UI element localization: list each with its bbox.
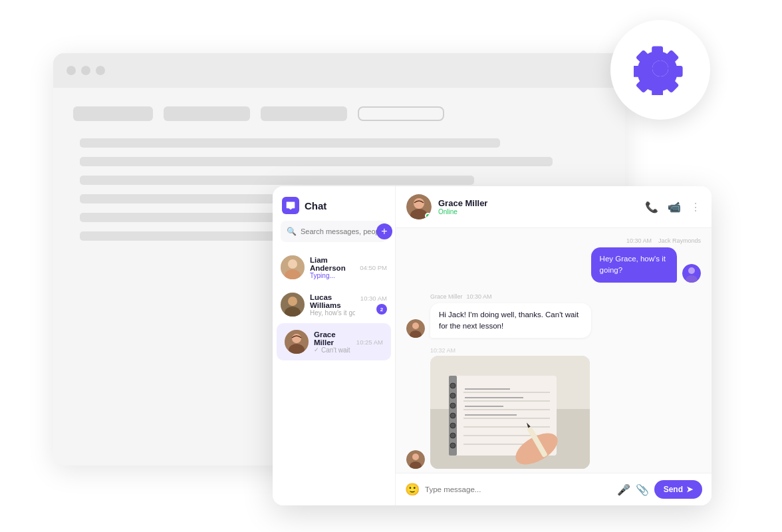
svg-point-29	[450, 423, 456, 428]
contact-name: Lucas Williams	[310, 293, 355, 309]
grace-avatar-2	[406, 450, 425, 469]
msg-sender-name-grace: Grace Miller	[430, 293, 463, 300]
contacts-panel: Chat 🔍 + Liam Anderson Typing...	[273, 186, 396, 505]
chat-container: Chat 🔍 + Liam Anderson Typing...	[273, 186, 712, 505]
contact-avatar-liam	[281, 255, 305, 279]
search-bar: 🔍 +	[281, 221, 387, 242]
search-input[interactable]	[281, 221, 387, 242]
svg-point-25	[450, 383, 456, 388]
video-icon[interactable]: 📹	[668, 201, 681, 213]
browser-dot-green	[96, 66, 105, 75]
search-icon: 🔍	[287, 227, 297, 236]
svg-point-26	[450, 393, 456, 398]
chat-panel: Grace Miller Online 📞 📹 ⋮ 10:30 AM Jack …	[396, 186, 712, 505]
contacts-header: Chat	[273, 186, 395, 221]
chat-bubble-icon	[286, 201, 295, 210]
svg-point-19	[412, 454, 419, 460]
svg-point-28	[450, 413, 456, 418]
msg-sender-name: Jack Raymonds	[658, 237, 701, 244]
contact-meta: 10:30 AM 2	[360, 295, 387, 315]
contact-preview: ✓ Can't wait for the next lesson!	[314, 346, 351, 354]
contact-item-lucas[interactable]: Lucas Williams Hey, how's it going? 10:3…	[273, 286, 395, 323]
contact-avatar-grace	[285, 330, 309, 354]
contact-meta: 10:25 AM	[356, 338, 383, 346]
svg-point-7	[292, 334, 301, 343]
send-icon: ➤	[686, 485, 693, 494]
phone-icon[interactable]: 📞	[645, 201, 658, 213]
contact-info-grace: Grace Miller ✓ Can't wait for the next l…	[314, 331, 351, 354]
chat-input-bar: 🙂 🎤 📎 Send ➤	[396, 473, 712, 505]
outgoing-message-row: Hey Grace, how's it going?	[569, 247, 701, 283]
active-contact-avatar	[406, 194, 432, 219]
msg-time-grace: 10:30 AM	[467, 293, 492, 300]
online-indicator	[425, 213, 431, 219]
contact-preview: Typing...	[310, 272, 354, 279]
attach-button[interactable]: 📎	[636, 483, 649, 496]
msg-image-time: 10:32 AM	[430, 347, 456, 354]
microphone-button[interactable]: 🎤	[617, 483, 630, 496]
browser-line	[80, 176, 474, 185]
sender-avatar	[682, 264, 701, 283]
outgoing-bubble: Hey Grace, how's it going?	[591, 247, 677, 283]
active-contact-status: Online	[438, 208, 645, 215]
svg-point-10	[414, 198, 424, 209]
contact-name: Grace Miller	[314, 331, 351, 346]
chat-icon-box	[282, 197, 299, 214]
svg-point-1	[288, 259, 297, 269]
browser-bar-3	[261, 106, 347, 121]
contact-item-grace[interactable]: Grace Miller ✓ Can't wait for the next l…	[277, 323, 391, 360]
browser-titlebar	[53, 53, 625, 88]
chat-header-actions: 📞 📹 ⋮	[645, 201, 701, 213]
browser-bar-1	[73, 106, 153, 121]
image-message	[430, 356, 590, 469]
svg-point-30	[450, 433, 456, 438]
browser-bar-2	[164, 106, 250, 121]
chat-title: Chat	[305, 200, 326, 211]
svg-point-16	[412, 323, 419, 329]
gear-circle	[610, 20, 710, 120]
more-options-icon[interactable]: ⋮	[690, 201, 701, 213]
contact-info-liam: Liam Anderson Typing...	[310, 256, 354, 279]
emoji-button[interactable]: 🙂	[405, 482, 420, 497]
svg-point-27	[450, 403, 456, 408]
unread-badge: 2	[376, 304, 387, 315]
message-input[interactable]	[425, 485, 612, 493]
msg-time: 10:30 AM	[626, 237, 652, 244]
contact-avatar-lucas	[281, 293, 305, 317]
chat-header-info: Grace Miller Online	[438, 198, 645, 215]
contact-info-lucas: Lucas Williams Hey, how's it going?	[310, 293, 355, 317]
browser-dot-red	[66, 66, 76, 75]
gear-icon	[634, 42, 687, 98]
browser-bar-4	[358, 106, 444, 121]
contact-item-liam[interactable]: Liam Anderson Typing... 04:50 PM	[273, 249, 395, 286]
contact-meta: 04:50 PM	[360, 264, 387, 271]
active-contact-name: Grace Miller	[438, 198, 645, 208]
grace-avatar	[406, 319, 425, 338]
svg-point-13	[688, 267, 695, 274]
svg-point-4	[288, 297, 297, 306]
svg-point-31	[450, 443, 456, 448]
browser-dot-yellow	[81, 66, 90, 75]
image-message-row	[406, 356, 590, 469]
browser-line	[80, 157, 553, 166]
contact-name: Liam Anderson	[310, 256, 354, 272]
browser-line	[80, 138, 500, 148]
incoming-message-row: Hi Jack! I'm doing well, thanks. Can't w…	[406, 303, 654, 338]
contact-preview: Hey, how's it going?	[310, 309, 355, 317]
messages-area: 10:30 AM Jack Raymonds Hey Grace, how's …	[396, 228, 712, 473]
send-button[interactable]: Send ➤	[654, 480, 702, 499]
add-contact-button[interactable]: +	[376, 223, 392, 239]
chat-header: Grace Miller Online 📞 📹 ⋮	[396, 186, 712, 228]
incoming-bubble: Hi Jack! I'm doing well, thanks. Can't w…	[430, 303, 591, 338]
